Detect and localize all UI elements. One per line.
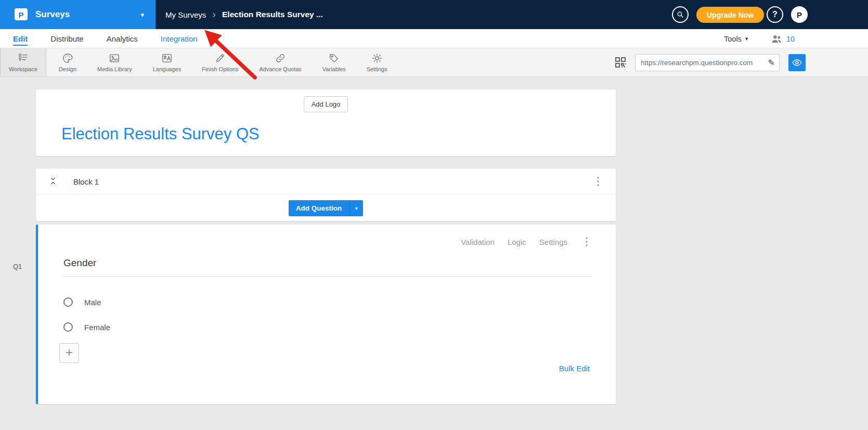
user-avatar[interactable]: P: [791, 6, 808, 23]
tools-label: Tools: [724, 35, 742, 43]
add-question-split-button: Add Question ▾: [289, 200, 364, 216]
survey-url-field: ✎: [635, 54, 780, 71]
preview-button[interactable]: [788, 54, 806, 71]
question-number: Q1: [13, 263, 22, 270]
tab-analytics[interactable]: Analytics: [107, 34, 138, 43]
radio-button[interactable]: [63, 322, 73, 332]
collaborators[interactable]: 10: [771, 29, 795, 48]
caret-down-icon: ▾: [355, 205, 358, 211]
breadcrumb: My Surveys › Election Results Survey ...: [165, 0, 323, 29]
svg-text:P: P: [18, 10, 23, 19]
radio-button[interactable]: [63, 297, 73, 307]
qr-code-icon: [614, 56, 627, 69]
option-label[interactable]: Female: [84, 323, 110, 332]
collapse-icon: [48, 176, 58, 186]
question-settings-link[interactable]: Settings: [539, 238, 567, 246]
question-card: Validation Logic Settings Gender Male Fe…: [36, 225, 616, 404]
question-validation-link[interactable]: Validation: [461, 238, 495, 246]
add-logo-button[interactable]: Add Logo: [304, 96, 348, 112]
tab-integration[interactable]: Integration: [161, 34, 198, 43]
toolbar-languages[interactable]: Languages: [145, 48, 189, 76]
caret-down-icon: ▾: [745, 35, 748, 42]
bulk-edit-link[interactable]: Bulk Edit: [559, 364, 590, 373]
upgrade-now-button[interactable]: Upgrade Now: [696, 7, 764, 23]
finish-options-icon: [214, 53, 226, 64]
survey-url-input[interactable]: [636, 59, 767, 67]
advance-quotas-icon: [275, 53, 286, 64]
tab-distribute[interactable]: Distribute: [50, 34, 83, 43]
qr-code-button[interactable]: [614, 56, 627, 69]
block-title[interactable]: Block 1: [73, 177, 99, 186]
search-icon: [676, 10, 684, 19]
question-divider: [63, 276, 592, 277]
collaborator-count: 10: [786, 35, 795, 43]
answer-option-row[interactable]: Male: [63, 297, 101, 307]
toolbar-advance-quotas[interactable]: Advance Quotas: [251, 48, 309, 76]
collapse-block-button[interactable]: [48, 176, 59, 187]
languages-icon: [161, 53, 173, 64]
main-tabs: Edit Distribute Analytics Integration: [13, 29, 198, 48]
app-name: Surveys: [35, 9, 70, 20]
add-question-dropdown[interactable]: ▾: [349, 200, 363, 216]
toolbar-settings[interactable]: Settings: [358, 48, 396, 76]
media-library-icon: [109, 53, 120, 64]
toolbar-media-library[interactable]: Media Library: [89, 48, 140, 76]
editor-toolbar: Workspace Design Media Library: [0, 48, 868, 77]
workspace-icon: [17, 53, 29, 64]
settings-icon: [371, 53, 383, 64]
block-card: Block 1 Add Question ▾: [36, 168, 616, 221]
design-icon: [62, 53, 73, 64]
question-mark-icon: ?: [772, 10, 778, 19]
variables-icon: [328, 53, 340, 64]
question-menu-icon[interactable]: [582, 237, 590, 247]
caret-down-icon: ▾: [140, 11, 144, 19]
question-actions: Validation Logic Settings: [461, 237, 590, 247]
option-label[interactable]: Male: [84, 298, 101, 307]
toolbar-items: Workspace Design Media Library: [0, 48, 396, 76]
search-button[interactable]: [672, 6, 689, 23]
block-header: Block 1: [36, 168, 616, 195]
block-menu-icon[interactable]: [594, 176, 602, 187]
toolbar-design[interactable]: Design: [50, 48, 85, 76]
add-question-button[interactable]: Add Question: [289, 200, 349, 216]
toolbar-variables[interactable]: Variables: [314, 48, 354, 76]
questionpro-logo: P: [14, 8, 28, 22]
top-navbar: P Surveys ▾ My Surveys › Election Result…: [0, 0, 868, 29]
plus-icon: +: [66, 346, 73, 359]
questionpro-survey-editor: P Surveys ▾ My Surveys › Election Result…: [0, 0, 868, 430]
tab-edit[interactable]: Edit: [13, 34, 28, 43]
add-option-button[interactable]: +: [59, 343, 79, 363]
survey-title[interactable]: Election Results Survey QS: [61, 125, 260, 144]
breadcrumb-chevron-icon: ›: [212, 9, 216, 21]
toolbar-workspace[interactable]: Workspace: [0, 48, 46, 76]
main-tab-bar: Edit Distribute Analytics Integration To…: [0, 29, 868, 48]
help-button[interactable]: ?: [767, 6, 783, 23]
edit-pencil-icon[interactable]: ✎: [767, 58, 779, 68]
tools-menu[interactable]: Tools ▾: [724, 29, 748, 48]
answer-option-row[interactable]: Female: [63, 322, 110, 332]
survey-header-card: Add Logo Election Results Survey QS: [36, 89, 616, 156]
people-icon: [771, 34, 782, 44]
breadcrumb-survey-name: Election Results Survey ...: [222, 10, 323, 19]
breadcrumb-my-surveys[interactable]: My Surveys: [165, 10, 206, 19]
toolbar-finish-options[interactable]: Finish Options: [193, 48, 247, 76]
eye-icon: [792, 57, 802, 68]
question-text[interactable]: Gender: [63, 257, 96, 269]
app-switcher[interactable]: P Surveys ▾: [0, 0, 156, 29]
add-question-row: Add Question ▾: [36, 195, 616, 221]
question-logic-link[interactable]: Logic: [508, 238, 526, 246]
